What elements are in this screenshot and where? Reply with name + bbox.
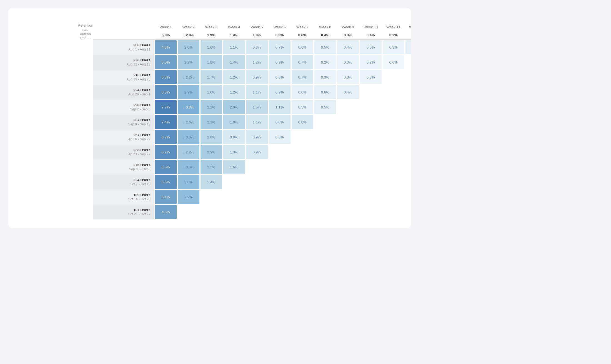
cell-r1-c6: 0.7%	[291, 55, 314, 70]
cell-r10-c7	[314, 189, 337, 204]
cell-r1-c11	[405, 55, 411, 70]
table-row: 224 UsersOct 7 - Oct 135.6%3.0%1.4%	[93, 175, 411, 189]
avg-week-9: 0.3%	[337, 31, 359, 39]
cell-r3-c11	[405, 85, 411, 100]
cell-r10-c9	[359, 189, 382, 204]
table-row: 276 UsersSep 30 - Oct 66.0%↓ 3.0%2.3%1.6…	[93, 160, 411, 175]
table-row: 306 UsersAug 5 - Aug 114.8%2.6%1.6%1.1%0…	[93, 40, 411, 55]
cell-r1-c8: 0.3%	[337, 55, 359, 70]
cell-r2-c3: 1.2%	[223, 70, 246, 85]
cell-r1-c1: 2.2%	[177, 55, 200, 70]
avg-week-11: 0.2%	[382, 31, 405, 39]
cell-r6-c1: ↓ 3.0%	[177, 130, 200, 145]
cell-r6-c8	[337, 130, 359, 145]
cell-r9-c4	[246, 175, 268, 189]
cell-r9-c8	[337, 175, 359, 189]
avg-week-1: 5.8%	[154, 31, 177, 39]
cell-r11-c7	[314, 204, 337, 219]
cell-r7-c0: 6.2%	[154, 145, 177, 160]
cell-r0-c6: 0.6%	[291, 40, 314, 55]
cell-r2-c6: 0.7%	[291, 70, 314, 85]
table-row: 210 UsersAug 19 - Aug 255.8%↓ 2.2%1.7%1.…	[93, 70, 411, 85]
cell-r2-c8: 0.3%	[337, 70, 359, 85]
cohort-label-5: 287 UsersSep 9 - Sep 15	[93, 115, 154, 130]
cell-r4-c1: ↓ 3.8%	[177, 100, 200, 115]
cell-r4-c6: 0.5%	[291, 100, 314, 115]
cell-r4-c7: 0.5%	[314, 100, 337, 115]
table-row: 224 UsersAug 26 - Sep 15.5%2.9%1.6%1.2%1…	[93, 85, 411, 100]
cell-r10-c10	[382, 189, 405, 204]
table-area	[114, 17, 403, 18]
cohort-table: Week 1Week 2Week 3Week 4Week 5Week 6Week…	[93, 23, 411, 219]
cell-r9-c9	[359, 175, 382, 189]
cell-r6-c3: 0.9%	[223, 130, 246, 145]
cell-r6-c2: 2.0%	[200, 130, 223, 145]
cell-r11-c3	[223, 204, 246, 219]
cell-r7-c9	[359, 145, 382, 160]
week-header-10: Week 10	[359, 23, 382, 31]
cell-r8-c8	[337, 160, 359, 175]
cell-r8-c4	[246, 160, 268, 175]
avg-week-7: 0.6%	[291, 31, 314, 39]
cell-r6-c7	[314, 130, 337, 145]
cell-r8-c10	[382, 160, 405, 175]
cell-r1-c0: 5.0%	[154, 55, 177, 70]
cell-r3-c0: 5.5%	[154, 85, 177, 100]
cell-r8-c1: ↓ 3.0%	[177, 160, 200, 175]
avg-week-2: ↓ 2.8%	[177, 31, 200, 39]
cohort-label-4: 298 UsersSep 2 - Sep 8	[93, 100, 154, 115]
cell-r8-c5	[268, 160, 291, 175]
cell-r7-c7	[314, 145, 337, 160]
cell-r1-c10: 0.0%	[382, 55, 405, 70]
main-container: Retention rate across time →Week 1Week 2…	[8, 8, 411, 228]
title-block	[17, 17, 114, 23]
cell-r9-c0: 5.6%	[154, 175, 177, 189]
cell-r1-c5: 0.9%	[268, 55, 291, 70]
cell-r10-c0: 5.1%	[154, 189, 177, 204]
week-header-11: Week 11	[382, 23, 405, 31]
cell-r11-c8	[337, 204, 359, 219]
cell-r6-c11	[405, 130, 411, 145]
cell-r4-c11	[405, 100, 411, 115]
avg-week-4: 1.4%	[223, 31, 246, 39]
avg-week-3: 1.9%	[200, 31, 223, 39]
cell-r5-c4: 1.1%	[246, 115, 268, 130]
cell-r4-c10	[382, 100, 405, 115]
cell-r1-c3: 1.4%	[223, 55, 246, 70]
cell-r0-c1: 2.6%	[177, 40, 200, 55]
cell-r5-c3: 1.9%	[223, 115, 246, 130]
cell-r11-c0: 4.6%	[154, 204, 177, 219]
table-row: 298 UsersSep 2 - Sep 87.7%↓ 3.8%2.2%2.3%…	[93, 100, 411, 115]
cohort-label-11: 107 UsersOct 21 - Oct 27	[93, 204, 154, 219]
cell-r5-c1: ↓ 2.6%	[177, 115, 200, 130]
cell-r8-c7	[314, 160, 337, 175]
cell-r8-c6	[291, 160, 314, 175]
cohort-label-8: 276 UsersSep 30 - Oct 6	[93, 160, 154, 175]
cell-r3-c3: 1.2%	[223, 85, 246, 100]
cell-r8-c9	[359, 160, 382, 175]
cell-r8-c11	[405, 160, 411, 175]
cell-r5-c7	[314, 115, 337, 130]
cell-r10-c11	[405, 189, 411, 204]
cell-r0-c11: 0.5%	[405, 40, 411, 55]
cell-r5-c5: 0.8%	[268, 115, 291, 130]
cell-r9-c3	[223, 175, 246, 189]
cell-r2-c10	[382, 70, 405, 85]
cell-r10-c2	[200, 189, 223, 204]
cell-r6-c0: 6.7%	[154, 130, 177, 145]
cohort-label-1: 230 UsersAug 12 - Aug 18	[93, 55, 154, 70]
cell-r7-c1: ↓ 2.2%	[177, 145, 200, 160]
cell-r5-c2: 2.3%	[200, 115, 223, 130]
week-header-3: Week 3	[200, 23, 223, 31]
cell-r0-c5: 0.7%	[268, 40, 291, 55]
cohort-label-2: 210 UsersAug 19 - Aug 25	[93, 70, 154, 85]
cell-r10-c5	[268, 189, 291, 204]
cell-r3-c10	[382, 85, 405, 100]
cell-r1-c9: 0.2%	[359, 55, 382, 70]
cell-r11-c10	[382, 204, 405, 219]
cell-r0-c0: 4.8%	[154, 40, 177, 55]
cell-r10-c1: 2.9%	[177, 189, 200, 204]
cohort-label-10: 189 UsersOct 14 - Oct 20	[93, 189, 154, 204]
cell-r8-c3: 1.6%	[223, 160, 246, 175]
cell-r7-c6	[291, 145, 314, 160]
